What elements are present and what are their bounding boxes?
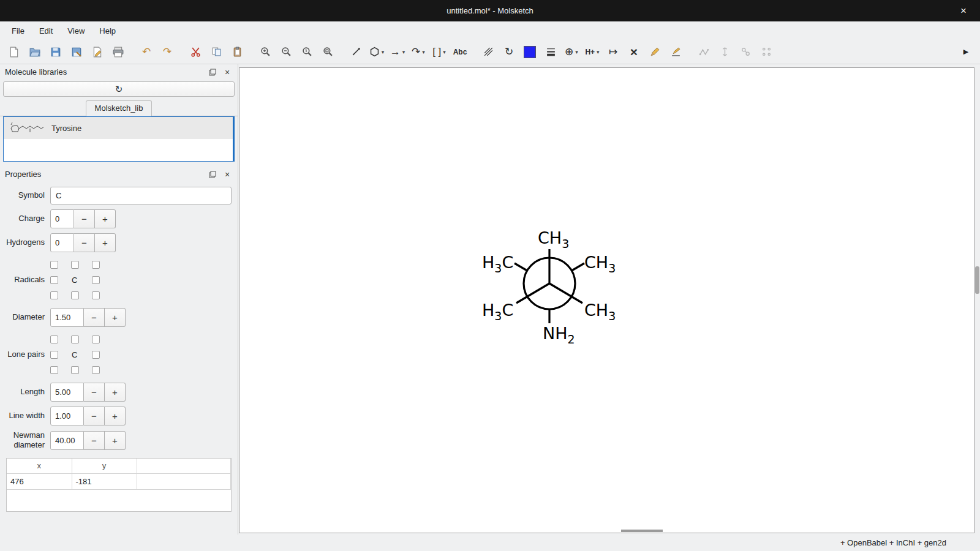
close-dock-icon[interactable]: × [222,67,233,78]
coordinate-y-cell[interactable]: -181 [72,474,137,490]
front-bond-lower-right[interactable] [549,283,582,303]
library-list[interactable]: Tyrosine [3,116,235,162]
line-width-tool[interactable] [541,43,560,61]
rotate-tool[interactable]: ↻ [500,43,518,61]
front-bond-lower-left[interactable] [516,283,549,303]
drawing-canvas[interactable]: CH3 H3C CH3 H3C CH3 NH2 [239,67,974,533]
diameter-increment-button[interactable]: + [105,308,126,327]
line-width-increment-button[interactable]: + [105,407,126,425]
lone-pair-checkbox[interactable] [71,366,79,374]
radical-checkbox[interactable] [71,261,79,269]
radical-checkbox[interactable] [92,291,100,299]
list-item-tyrosine[interactable]: Tyrosine [4,117,233,139]
copy-button[interactable] [207,43,225,61]
charge-decrement-button[interactable]: − [74,209,95,228]
atom-label-lower-right[interactable]: CH3 [584,301,616,323]
zoom-in-button[interactable] [256,43,274,61]
menu-edit[interactable]: Edit [32,24,59,38]
lone-pair-checkbox[interactable] [92,335,100,343]
arrow-tool[interactable]: →▾ [388,43,407,61]
lone-pair-checkbox[interactable] [92,351,100,359]
line-width-decrement-button[interactable]: − [84,407,105,425]
print-button[interactable] [109,43,127,61]
save-file-button[interactable] [47,43,65,61]
zoom-out-button[interactable] [277,43,295,61]
mechanism-arrow-tool[interactable]: ↷▾ [409,43,428,61]
radical-checkbox[interactable] [92,261,100,269]
window-close-button[interactable]: × [954,0,973,21]
length-decrement-button[interactable]: − [84,383,105,402]
coordinate-x-cell[interactable]: 476 [7,474,72,490]
chevron-down-icon[interactable]: ▾ [443,49,446,55]
zoom-original-button[interactable] [298,43,316,61]
menu-view[interactable]: View [61,24,91,38]
newman-diameter-increment-button[interactable]: + [105,431,126,450]
chevron-down-icon[interactable]: ▾ [422,49,425,55]
newman-projection-molecule[interactable]: CH3 H3C CH3 H3C CH3 NH2 [239,68,954,528]
save-as-button[interactable] [67,43,86,61]
radical-checkbox[interactable] [92,276,100,284]
close-dock-icon[interactable]: × [222,169,233,180]
line-width-value[interactable]: 1.00 [50,407,84,425]
color-swatch-button[interactable] [521,43,539,61]
bracket-tool[interactable]: [ ]▾ [430,43,448,61]
hydrogen-tool[interactable]: H+▾ [583,43,601,61]
cut-button[interactable] [186,43,205,61]
draw-bond-tool[interactable] [347,43,365,61]
hydrogens-increment-button[interactable]: + [95,233,116,252]
horizontal-scrollbar-thumb[interactable] [621,530,663,532]
ring-tool[interactable]: ▾ [368,43,386,61]
atom-label-upper-left[interactable]: H3C [482,253,513,275]
edit-document-button[interactable] [88,43,107,61]
delete-tool[interactable]: × [625,43,643,61]
chevron-down-icon[interactable]: ▾ [382,49,385,55]
length-value[interactable]: 5.00 [50,383,84,402]
back-bond-upper-right[interactable] [571,263,584,271]
hatch-tool[interactable] [479,43,497,61]
radical-checkbox[interactable] [50,291,58,299]
lone-pair-checkbox[interactable] [92,366,100,374]
diameter-decrement-button[interactable]: − [84,308,105,327]
hydrogen-map-tool[interactable]: ↦ [604,43,622,61]
open-file-button[interactable] [26,43,44,61]
diameter-value[interactable]: 1.50 [50,308,84,327]
float-dock-icon[interactable] [207,169,218,180]
new-file-button[interactable] [5,43,23,61]
chevron-down-icon[interactable]: ▾ [402,49,405,55]
back-bond-upper-left[interactable] [514,263,527,271]
newman-diameter-decrement-button[interactable]: − [84,431,105,450]
lone-pair-checkbox[interactable] [50,351,58,359]
angle-pencil-tool[interactable] [666,43,685,61]
redo-button[interactable]: ↷ [158,43,176,61]
radical-checkbox[interactable] [71,291,79,299]
atom-label-top[interactable]: CH3 [538,228,569,250]
zoom-fit-button[interactable] [318,43,337,61]
menu-file[interactable]: File [5,24,31,38]
tab-molsketch-lib[interactable]: Molsketch_lib [86,100,153,116]
charge-tool[interactable]: ⊕▾ [562,43,581,61]
lone-pair-checkbox[interactable] [50,366,58,374]
hydrogens-decrement-button[interactable]: − [74,233,95,252]
hydrogens-value[interactable]: 0 [50,233,74,252]
chevron-down-icon[interactable]: ▾ [597,49,600,55]
menu-help[interactable]: Help [92,24,123,38]
draw-pencil-tool[interactable] [646,43,664,61]
text-tool[interactable]: Abc [451,43,469,61]
length-increment-button[interactable]: + [105,383,126,402]
toolbar-extender-button[interactable]: ▶ [957,43,975,61]
float-dock-icon[interactable] [207,67,218,78]
vertical-scrollbar-thumb[interactable] [975,266,979,294]
lone-pair-checkbox[interactable] [50,335,58,343]
chevron-down-icon[interactable]: ▾ [575,49,578,55]
radical-checkbox[interactable] [50,276,58,284]
library-refresh-button[interactable]: ↻ [3,81,235,97]
newman-diameter-value[interactable]: 40.00 [50,431,84,450]
radical-checkbox[interactable] [50,261,58,269]
lone-pair-checkbox[interactable] [71,335,79,343]
undo-button[interactable]: ↶ [137,43,156,61]
symbol-input[interactable]: C [50,187,232,204]
atom-label-upper-right[interactable]: CH3 [584,253,616,275]
molecule-bonds[interactable] [514,249,584,323]
charge-value[interactable]: 0 [50,209,74,228]
paste-button[interactable] [228,43,246,61]
